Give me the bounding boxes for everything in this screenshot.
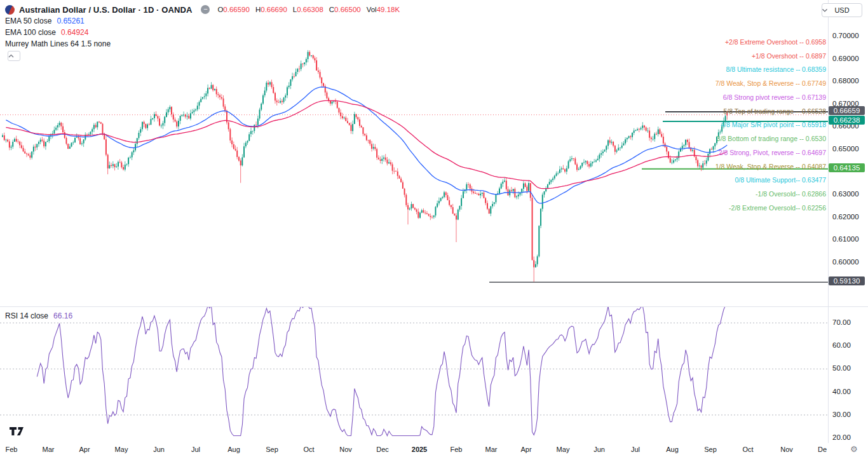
rsi-tick-30.00: 30.00 <box>832 411 851 418</box>
rsi-label: RSI 14 close <box>5 311 48 320</box>
price-tick-0.65000: 0.65000 <box>832 145 859 153</box>
rsi-tick-60.00: 60.00 <box>832 341 851 349</box>
symbol-header: Australian Dollar / U.S. Dollar · 1D · O… <box>5 4 400 15</box>
murrey-label-4: 6/8 Strong pivot reverse -- 0.67139 <box>723 93 826 101</box>
rsi-chart-canvas[interactable] <box>0 306 828 443</box>
time-label-Aug-18: Aug <box>666 446 679 453</box>
price-tick-0.63000: 0.63000 <box>832 190 859 198</box>
ema50-line <box>6 87 727 203</box>
ema100-label: EMA 100 close <box>5 28 56 37</box>
ema50-value: 0.65261 <box>57 17 84 25</box>
ema100-value: 0.64924 <box>61 28 88 37</box>
time-label-Feb-12: Feb <box>451 446 463 453</box>
price-badge-0.66238[interactable]: 0.66238 <box>829 116 865 125</box>
ohlc-vol: Vol49.18K <box>367 6 400 13</box>
price-badge-0.66659[interactable]: 0.66659 <box>829 106 865 115</box>
ohlc-c: C0.66500 <box>329 6 361 13</box>
time-label-Aug-6: Aug <box>227 446 240 453</box>
chevron-down-icon <box>822 9 827 12</box>
murrey-label-0: +2/8 Extreme Overshoot -- 0.6958 <box>725 38 826 46</box>
time-label-Jun-16: Jun <box>593 446 605 453</box>
murrey-label-12: -2/8 Extreme Oversold-- 0.62256 <box>729 204 826 212</box>
time-label-Feb-0: Feb <box>6 446 18 453</box>
legend-murrey-math[interactable]: Murrey Math Lines 64 1.5 none <box>5 39 111 48</box>
time-label-Nov-9: Nov <box>339 446 352 453</box>
price-tick-0.61000: 0.61000 <box>832 235 859 243</box>
time-label-Nov-21: Nov <box>780 446 793 453</box>
time-label-Oct-20: Oct <box>742 446 753 453</box>
rsi-value: 66.16 <box>53 311 72 320</box>
time-label-Mar-1: Mar <box>43 446 55 453</box>
time-label-Sep-7: Sep <box>266 446 278 453</box>
time-axis[interactable]: ⚙ FebMarAprMayJunJulAugSepOctNovDec2025F… <box>0 443 868 457</box>
time-label-Mar-13: Mar <box>485 446 498 453</box>
legend-collapse-button[interactable] <box>8 51 20 61</box>
price-chart-canvas[interactable] <box>0 0 828 306</box>
ohlc-readout: O0.66590H0.66690L0.66308C0.66500Vol49.18… <box>217 6 400 13</box>
price-tick-0.69000: 0.69000 <box>832 55 859 62</box>
currency-label: USD <box>834 6 849 14</box>
time-label-Jun-4: Jun <box>153 446 165 453</box>
time-label-Oct-8: Oct <box>303 446 314 453</box>
candle-wicks-down <box>4 50 728 282</box>
price-tick-0.68000: 0.68000 <box>832 77 859 85</box>
murrey-label-2: 8/8 Ultimate resistance -- 0.68359 <box>726 65 826 73</box>
time-label-De-22: De <box>818 446 827 453</box>
time-label-May-15: May <box>557 446 570 453</box>
ohlc-l: L0.66308 <box>293 6 323 13</box>
symbol-logo-icon <box>5 5 15 15</box>
chevron-up-icon <box>8 54 14 58</box>
symbol-title[interactable]: Australian Dollar / U.S. Dollar · 1D · O… <box>19 5 192 15</box>
rsi-line <box>37 306 727 436</box>
price-tick-0.60000: 0.60000 <box>832 258 859 266</box>
ohlc-h: H0.66690 <box>255 6 287 13</box>
legend-rsi[interactable]: RSI 14 close66.16 <box>5 311 72 320</box>
rsi-tick-40.00: 40.00 <box>832 388 851 395</box>
minus-circle-icon[interactable]: − <box>201 5 210 14</box>
price-badge-0.59130[interactable]: 0.59130 <box>829 276 865 285</box>
pane-divider[interactable] <box>0 306 868 307</box>
ohlc-o: O0.66590 <box>217 6 250 13</box>
tradingview-logo[interactable] <box>9 426 27 437</box>
candles-down <box>4 52 728 268</box>
time-label-Jul-17: Jul <box>631 446 640 453</box>
time-label-Jul-5: Jul <box>191 446 200 453</box>
murrey-label-11: -1/8 Oversold-- 0.62866 <box>756 190 826 198</box>
legend-ema50[interactable]: EMA 50 close0.65261 <box>5 17 85 25</box>
murrey-label-8: 2/8 Strong, Pivot, reverse -- 0.64697 <box>719 149 826 156</box>
trading-chart-app: Australian Dollar / U.S. Dollar · 1D · O… <box>0 0 868 457</box>
gear-icon[interactable]: ⚙ <box>850 444 858 454</box>
rsi-tick-20.00: 20.00 <box>832 433 851 441</box>
time-label-Apr-14: Apr <box>520 446 531 453</box>
candle-wicks-up <box>3 50 726 268</box>
time-label-2025-11: 2025 <box>412 446 427 453</box>
murrey-label-1: +1/8 Overshoot -- 0.6897 <box>752 52 826 60</box>
murrey-label-9: 1/8 Weak, Stop & Reverse -- 0.64087 <box>715 163 826 170</box>
murrey-label-5: 5/8 Top of trading range -- 0.66528 <box>723 107 826 115</box>
time-label-May-3: May <box>115 446 128 453</box>
price-tick-0.70000: 0.70000 <box>832 32 859 39</box>
murrey-label-10: 0/8 Ultimate Support-- 0.63477 <box>735 176 826 184</box>
price-axis-border <box>828 0 829 457</box>
rsi-tick-50.00: 50.00 <box>832 364 851 372</box>
rsi-tick-70.00: 70.00 <box>832 318 851 326</box>
murrey-label-7: 3/8 Bottom of trading range -- 0.6530 <box>717 135 826 142</box>
time-label-Sep-19: Sep <box>704 446 717 453</box>
time-label-Apr-2: Apr <box>79 446 90 453</box>
price-badge-0.64135[interactable]: 0.64135 <box>829 163 865 172</box>
murrey-label-6: 4/8 Major S/R pivot point -- 0.65918 <box>721 121 826 128</box>
ema50-label: EMA 50 close <box>5 17 51 25</box>
candles-up <box>2 52 726 268</box>
legend-ema100[interactable]: EMA 100 close0.64924 <box>5 28 88 37</box>
murrey-label-3: 7/8 Weak, Stop & Reverse -- 0.67749 <box>715 79 826 87</box>
ema100-line <box>6 100 727 188</box>
price-tick-0.62000: 0.62000 <box>832 213 859 221</box>
currency-selector-button[interactable]: USD <box>822 3 862 17</box>
time-label-Dec-10: Dec <box>376 446 389 453</box>
